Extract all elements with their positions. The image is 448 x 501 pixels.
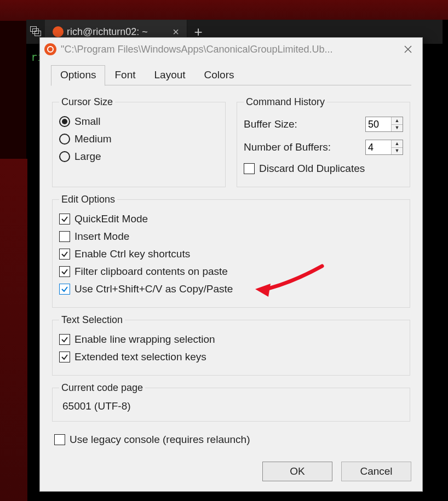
ubuntu-icon [44,43,56,55]
spin-down-icon[interactable]: ▼ [392,148,403,155]
num-buffers-spinner[interactable]: ▲ ▼ [365,140,403,155]
tab-options[interactable]: Options [51,65,105,86]
checkbox-label: Insert Mode [74,231,129,243]
tab-font[interactable]: Font [105,65,145,85]
num-buffers-input[interactable] [366,140,391,154]
radio-icon [59,116,70,127]
tab-layout[interactable]: Layout [145,65,195,85]
checkbox-icon [54,434,65,445]
buffer-size-spinner[interactable]: ▲ ▼ [365,117,403,132]
radio-label: Small [74,116,101,128]
checkbox-label: QuickEdit Mode [74,213,148,225]
close-button[interactable] [396,38,420,61]
checkbox-label: Enable line wrapping selection [74,333,215,345]
group-edit-options: Edit Options QuickEdit Mode Insert Mode … [52,194,410,308]
checkbox-icon [59,249,70,260]
check-quickedit[interactable]: QuickEdit Mode [59,213,403,225]
radio-large[interactable]: Large [59,151,219,163]
checkbox-icon [244,163,255,174]
checkbox-icon [59,214,70,224]
radio-icon [59,134,70,145]
checkbox-icon [59,231,70,242]
tab-colors[interactable]: Colors [195,65,244,85]
close-icon[interactable]: × [173,26,179,38]
checkbox-label: Use Ctrl+Shift+C/V as Copy/Paste [74,283,233,295]
window-list-icon[interactable] [26,26,45,37]
radio-label: Medium [74,133,112,145]
radio-icon [59,151,70,162]
spin-down-icon[interactable]: ▼ [392,125,403,132]
checkbox-icon [59,284,70,295]
code-page-value: 65001 (UTF-8) [59,399,403,414]
check-line-wrap-selection[interactable]: Enable line wrapping selection [59,333,403,345]
group-command-history: Command History Buffer Size: ▲ ▼ Number … [237,96,410,187]
group-legend: Cursor Size [59,96,115,108]
tab-panel-options: Cursor Size Small Medium Large Command H… [40,85,422,453]
group-cursor-size: Cursor Size Small Medium Large [52,96,226,187]
buffer-size-label: Buffer Size: [244,118,365,130]
radio-label: Large [74,151,101,163]
spin-up-icon[interactable]: ▲ [392,117,403,125]
spin-up-icon[interactable]: ▲ [392,140,403,148]
radio-medium[interactable]: Medium [59,133,219,145]
check-filter-clipboard[interactable]: Filter clipboard contents on paste [59,266,403,278]
discard-duplicates-checkbox[interactable]: Discard Old Duplicates [244,163,403,175]
group-legend: Current code page [59,382,145,394]
dialog-titlebar: "C:\Program Files\WindowsApps\CanonicalG… [40,38,422,61]
radio-small[interactable]: Small [59,116,219,128]
group-legend: Edit Options [59,194,117,205]
cancel-button[interactable]: Cancel [341,462,411,481]
check-legacy-console[interactable]: Use legacy console (requires relaunch) [54,434,410,446]
tab-strip: Options Font Layout Colors [40,65,422,85]
group-code-page: Current code page 65001 (UTF-8) [52,382,410,422]
checkbox-icon [59,352,70,362]
check-insert-mode[interactable]: Insert Mode [59,231,403,243]
dialog-button-row: OK Cancel [40,453,422,491]
group-legend: Command History [244,96,327,108]
terminal-tab-title: rich@richturn02: ~ [67,26,148,38]
check-extended-selection-keys[interactable]: Extended text selection keys [59,351,403,363]
checkbox-icon [59,334,70,345]
check-ctrl-shift-copy-paste[interactable]: Use Ctrl+Shift+C/V as Copy/Paste [59,283,403,295]
num-buffers-label: Number of Buffers: [244,141,365,153]
group-text-selection: Text Selection Enable line wrapping sele… [52,314,410,376]
check-ctrl-shortcuts[interactable]: Enable Ctrl key shortcuts [59,248,403,260]
group-legend: Text Selection [59,314,125,326]
ubuntu-icon [53,26,64,37]
checkbox-label: Discard Old Duplicates [259,163,365,175]
checkbox-label: Use legacy console (requires relaunch) [70,434,250,446]
dialog-title: "C:\Program Files\WindowsApps\CanonicalG… [61,44,396,55]
checkbox-label: Enable Ctrl key shortcuts [74,248,190,260]
checkbox-label: Filter clipboard contents on paste [74,266,228,278]
console-properties-dialog: "C:\Program Files\WindowsApps\CanonicalG… [39,37,423,492]
buffer-size-input[interactable] [366,117,391,131]
checkbox-icon [59,266,70,277]
ok-button[interactable]: OK [262,462,332,481]
checkbox-label: Extended text selection keys [74,351,206,363]
